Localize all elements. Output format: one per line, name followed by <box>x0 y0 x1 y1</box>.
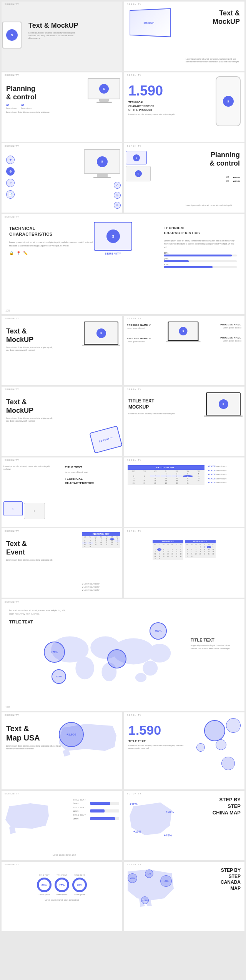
slide-8-process-right: PROCESS NAME Lorem ipsum dolor sit PROCE… <box>220 323 241 342</box>
tech-icons: 🔒 📍 ✏️ <box>9 251 94 255</box>
china-map-area: +12% +28% +10% +45% <box>126 799 176 841</box>
slide-full-number: 105 <box>5 309 10 312</box>
slide-6-label: SERENITY <box>127 145 141 147</box>
svg-point-3 <box>148 644 171 663</box>
slide-3: SERENITY Planning& control 01Lorem ipsum… <box>2 72 122 142</box>
slide-14: SERENITY JANUARY 2017 MO TU WE TH FR SA … <box>124 528 244 598</box>
tech-right-title: TECHNICALCHARACTERISTICS <box>164 226 237 235</box>
canada-bubble-3: +28% <box>160 875 172 887</box>
slide-20: SERENITY STEP BYSTEPCANADAMAP +12% +7% +… <box>124 862 244 931</box>
slide-full-label: SERENITY <box>5 216 19 218</box>
slide-17-bars: TITLE TEXT Lorem TITLE TEXT Lorem TITLE … <box>73 799 119 822</box>
slide-fullmap-number: 178 <box>5 706 10 709</box>
slide-6-desc: Lorem ipsum dolor sit amet, consectetur … <box>186 204 240 207</box>
slide-1-desc: Lorem ipsum dolor sit amet, consectetur … <box>28 32 78 40</box>
slide-9: SERENITY Text &MockUP Lorem ipsum dolor … <box>2 387 122 456</box>
slide-7-monitor: S <box>84 322 120 346</box>
slide-12: SERENITY OCTOBER 2017 MO TU WE TH FR SA … <box>124 457 244 527</box>
slide-17-desc: Lorem ipsum dolor sit amet <box>53 854 119 856</box>
slide-4: SERENITY 1.590 TECHNICALCHARACTERISTICSO… <box>124 72 244 142</box>
slide-3-label: SERENITY <box>5 74 19 76</box>
slide-2-label: SERENITY <box>127 3 141 5</box>
slide-19: SERENITY TITLE TEXT 60% Lorem ipsum TITL… <box>2 862 122 931</box>
slide-1-device: S <box>2 22 22 49</box>
slide-7-desc: Lorem ipsum dolor sit amet, consectetur … <box>6 346 57 352</box>
slide-13-label: SERENITY <box>5 530 19 532</box>
canada-bubble-1: +12% <box>128 873 137 883</box>
slide-12-calendar: OCTOBER 2017 MO TU WE TH FR SA SU 1 2 3 … <box>128 465 204 485</box>
tech-right-body: Lorem ipsum dolor sit amet, consectetur … <box>164 239 237 249</box>
slide-10-desc: Lorem ipsum dolor sit amet, consectetur … <box>128 412 179 415</box>
tech-center-device: S SERENITY <box>94 222 132 255</box>
fullmap-map-title: TITLE TEXT <box>191 638 237 642</box>
bubble-57: +57% <box>150 622 167 640</box>
tech-left-body: Lorem ipsum dolor sit amet, consectetur … <box>9 241 94 248</box>
slide-8-laptop: S <box>168 322 201 342</box>
slide-3-monitor: S <box>88 78 120 103</box>
bar-1: 93% <box>164 252 237 256</box>
slide-11-desc: Lorem ipsum dolor sit amet, consectetur … <box>3 465 52 471</box>
slide-20-title: STEP BYSTEPCANADAMAP <box>221 868 241 891</box>
slide-16: SERENITY 1.590 TITLE TEXT Lorem ipsum do… <box>124 712 244 789</box>
slide-grid: SERENITY S Text & MockUP Lorem ipsum dol… <box>0 0 246 933</box>
slide-5-label: SERENITY <box>5 145 19 147</box>
slide-19-desc: Lorem ipsum dolor sit amet, consectetur <box>6 899 118 901</box>
slide-4-tech-title: TECHNICALCHARACTERISTICSOF THE PRODUCT <box>128 101 184 112</box>
bubble-large <box>107 649 126 668</box>
bar-3: 67% <box>164 263 237 268</box>
bar-2: 34% <box>164 258 237 262</box>
svg-point-6 <box>143 661 158 676</box>
slide-4-phone: S <box>216 76 241 126</box>
slide-1-logo: S <box>6 29 18 41</box>
slide-1-title: Text & MockUP <box>28 22 118 30</box>
slide-3-desc: Lorem ipsum dolor sit amet, consectetur … <box>6 111 62 114</box>
slide-15-label: SERENITY <box>5 714 19 716</box>
slide-1: SERENITY S Text & MockUP Lorem ipsum dol… <box>2 2 122 71</box>
slide-9-tablet: SERENITY <box>89 426 122 454</box>
slide-18-title: STEP BYSTEPCHINA MAP <box>213 797 241 816</box>
slide-13-events: ● Lorem ipsum dolor ● Lorem ipsum dolor … <box>82 583 120 592</box>
bubble-78: +78% <box>44 642 65 663</box>
slide-10-label: SERENITY <box>127 388 141 390</box>
slide-17-label: SERENITY <box>5 792 19 795</box>
slide-19-donuts: TITLE TEXT 60% Lorem ipsum TITLE TEXT 75… <box>6 874 118 896</box>
slide-13-desc: Lorem ipsum dolor sit amet, consectetur … <box>6 559 62 561</box>
slide-6: SERENITY S S Planning& control 01 Lorem … <box>124 143 244 213</box>
cal-header: OCTOBER 2017 <box>128 465 204 470</box>
slide-2-title: Text &MockUP <box>213 9 240 26</box>
slide-16-label: SERENITY <box>127 714 141 716</box>
slide-5-icons-right: ✓ ◎ ⊕ <box>114 182 121 209</box>
slide-15: SERENITY Text &Map USA +1.950 Lorem ipsu… <box>2 712 122 789</box>
tech-right: TECHNICALCHARACTERISTICS Lorem ipsum dol… <box>164 226 237 269</box>
slide-4-desc: Lorem ipsum dolor sit amet, consectetur … <box>128 113 184 116</box>
slide-11-tablets: S S <box>3 501 45 519</box>
jan-cal: JANUARY 2017 MO TU WE TH FR SA SU 1 <box>153 540 183 560</box>
fullmap-intro: Lorem ipsum dolor sit amet, consectetur … <box>9 609 67 616</box>
slide-4-label: SERENITY <box>127 74 141 76</box>
slide-1-label: SERENITY <box>5 3 19 5</box>
slide-18: SERENITY STEP BYSTEPCHINA MAP +12% +28% … <box>124 791 244 860</box>
slide-17-usaarea <box>3 799 50 837</box>
world-map-area: +57% +78% +23% <box>40 618 175 695</box>
slide-8-label: SERENITY <box>127 317 141 320</box>
slide-13-calendar: FEBRUARY 2017 MO TU WE TH FR SA SU 1 2 3… <box>82 532 120 548</box>
slide-15-desc: Lorem ipsum dolor sit amet, consectetur … <box>6 745 62 750</box>
svg-point-7 <box>135 673 146 682</box>
slide-6-title: Planning& control <box>209 151 240 168</box>
slide-3-stats: 01Lorem ipsum 02Lorem ipsum <box>6 104 118 109</box>
tech-left: TECHNICALCHARACTERISTICS Lorem ipsum dol… <box>9 226 94 255</box>
bubble-23: +23% <box>52 669 66 684</box>
slide-6-stats: 01 Lorem 02 Lorem <box>226 176 240 183</box>
slide-5-monitor: S <box>84 149 120 178</box>
slide-10: SERENITY TITLE TEXTMOCKUP Lorem ipsum do… <box>124 387 244 456</box>
slide-8-process-left: PROCESS NAME ↗ Lorem ipsum dolor sit PRO… <box>127 323 151 343</box>
slide-14-label: SERENITY <box>127 530 141 532</box>
tech-left-title: TECHNICALCHARACTERISTICS <box>9 226 94 238</box>
canada-map-area: +12% +7% +28% +15% <box>126 868 176 914</box>
slide-2-isometric: MockUP <box>128 9 174 40</box>
slide-20-label: SERENITY <box>127 863 141 866</box>
slide-fullmap-label: SERENITY <box>5 601 19 603</box>
slide-7-label: SERENITY <box>5 317 19 320</box>
slide-9-desc: Lorem ipsum dolor sit amet, consectetur … <box>6 417 57 422</box>
slide-9-label: SERENITY <box>5 388 19 390</box>
